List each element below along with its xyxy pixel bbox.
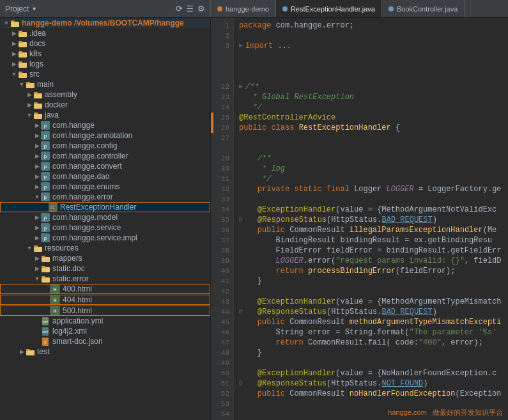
tree-docs[interactable]: docs bbox=[0, 38, 210, 49]
svg-rect-12 bbox=[26, 83, 35, 88]
tree-400-html[interactable]: H 400.html bbox=[0, 284, 210, 294]
400-html-label: 400.html bbox=[63, 284, 92, 293]
mappers-arrow bbox=[33, 255, 41, 261]
svg-rect-18 bbox=[34, 114, 42, 119]
main-label: main bbox=[37, 80, 54, 89]
tab-rest-exception-handler[interactable]: RestExceptionHandler.java bbox=[276, 0, 382, 17]
type-common: CommonResult bbox=[289, 225, 344, 235]
tree-service-impl[interactable]: p com.hangge.service.impl bbox=[0, 233, 210, 243]
tree-static-error[interactable]: static.error bbox=[0, 274, 210, 284]
static-doc-folder-icon bbox=[41, 264, 50, 273]
tree-assembly[interactable]: assembly bbox=[0, 89, 210, 100]
tab-dot-rest bbox=[282, 6, 288, 12]
code-line-2 bbox=[239, 31, 503, 41]
settings-icon[interactable]: ⚙ bbox=[197, 4, 205, 13]
svg-text:xml: xml bbox=[42, 330, 48, 334]
tree-log4j2-xml[interactable]: xml log4j2.xml bbox=[0, 326, 210, 336]
code-line-26: public class RestExceptionHandler { bbox=[239, 123, 503, 133]
layout-icon[interactable]: ☰ bbox=[187, 4, 194, 13]
annotation-arrow bbox=[33, 132, 41, 139]
tree-dao[interactable]: p com.hangge.dao bbox=[0, 171, 210, 182]
svg-rect-10 bbox=[19, 73, 27, 78]
tree-rest-exception-handler[interactable]: C RestExceptionHandler bbox=[0, 202, 210, 212]
dropdown-arrow[interactable]: ▼ bbox=[31, 6, 37, 12]
tree-service[interactable]: p com.hangge.service bbox=[0, 222, 210, 233]
tree-com-hangge[interactable]: p com.hangge bbox=[0, 120, 210, 130]
svg-rect-15 bbox=[34, 92, 38, 94]
tree-404-html[interactable]: H 404.html bbox=[0, 295, 210, 305]
code-lines: package com.hangge.error; ▶ import ... ▶… bbox=[234, 18, 508, 420]
code-line-3: ▶ import ... bbox=[239, 41, 503, 51]
gutter-44: @ bbox=[239, 307, 242, 317]
comment-start: /** bbox=[245, 82, 259, 92]
ln-35: 35 bbox=[211, 215, 233, 225]
svg-rect-0 bbox=[11, 22, 19, 27]
tree-error[interactable]: p com.hangge.error bbox=[0, 192, 210, 202]
status-bad-req2: BAD_REQUEST bbox=[381, 307, 432, 317]
method-not-found: noHandlerFoundException bbox=[350, 389, 456, 399]
config-label: com.hangge.config bbox=[52, 141, 117, 150]
tree-java[interactable]: java bbox=[0, 110, 210, 120]
dao-label: com.hangge.dao bbox=[52, 172, 109, 181]
svg-rect-9 bbox=[19, 61, 22, 63]
svg-text:{}: {} bbox=[44, 340, 47, 344]
tab-book-controller[interactable]: BookController.java bbox=[382, 0, 465, 17]
tab-hangge-demo[interactable]: hangge-demo bbox=[211, 0, 276, 17]
tree-idea[interactable]: .idea bbox=[0, 28, 210, 38]
tree-main[interactable]: main bbox=[0, 79, 210, 89]
code-line-52: public CommonResult noHandlerFoundExcept… bbox=[239, 389, 503, 399]
code-editor[interactable]: 1 2 3 22 23 24 25 26 27 29 30 31 32 33 3… bbox=[211, 18, 508, 420]
tree-500-html[interactable]: H 500.html bbox=[0, 306, 210, 316]
svg-text:yml: yml bbox=[42, 320, 48, 323]
tree-smart-doc-json[interactable]: {} smart-doc.json bbox=[0, 336, 210, 346]
code-line-29: /** bbox=[239, 153, 503, 164]
tree-convert[interactable]: p com.hangge.convert bbox=[0, 161, 210, 171]
line-numbers: 1 2 3 22 23 24 25 26 27 29 30 31 32 33 3… bbox=[211, 18, 234, 420]
method-illegal: illegalParamsExceptionHandler bbox=[350, 225, 483, 235]
k8s-label: k8s bbox=[29, 49, 42, 58]
tree-resources[interactable]: resources bbox=[0, 243, 210, 253]
tree-k8s[interactable]: k8s bbox=[0, 49, 210, 59]
tree-application-yml[interactable]: yml application.yml bbox=[0, 316, 210, 326]
enums-pkg-icon: p bbox=[41, 182, 50, 191]
com-hangge-arrow bbox=[33, 122, 41, 128]
static-doc-label: static.doc bbox=[52, 264, 85, 273]
var-binding: bindingResult bbox=[340, 235, 400, 245]
handler-class-icon: C bbox=[49, 203, 58, 212]
code-line-blank3 bbox=[239, 72, 503, 82]
tree-mappers[interactable]: mappers bbox=[0, 253, 210, 263]
comment-global: * Global RestException bbox=[253, 92, 354, 102]
tree-controller[interactable]: p com.hangge.controller bbox=[0, 151, 210, 161]
tab-book-label: BookController.java bbox=[397, 5, 458, 13]
tree-test[interactable]: test bbox=[0, 346, 210, 357]
ln-22: 22 bbox=[211, 82, 233, 92]
tree-static-doc[interactable]: static.doc bbox=[0, 263, 210, 274]
tree-src[interactable]: src bbox=[0, 69, 210, 79]
type-common2: CommonResult bbox=[289, 317, 344, 327]
root-folder-icon bbox=[10, 19, 19, 27]
svg-rect-4 bbox=[19, 42, 27, 47]
main-area: hangge-demo /Volumes/BOOTCAMP/hangge .id… bbox=[0, 18, 508, 420]
tree-model[interactable]: p com.hangge.model bbox=[0, 212, 210, 222]
tree-docker[interactable]: docker bbox=[0, 100, 210, 110]
root-label: hangge-demo /Volumes/BOOTCAMP/hangge bbox=[22, 19, 184, 27]
assembly-folder-icon bbox=[33, 90, 42, 99]
pkg-icon: p bbox=[41, 121, 50, 130]
kw-class: class bbox=[271, 123, 294, 133]
sync-icon[interactable]: ⟳ bbox=[176, 4, 183, 13]
method-process: processBindingError bbox=[308, 266, 396, 276]
tree-config[interactable]: p com.hangge.config bbox=[0, 141, 210, 151]
ln-2: 2 bbox=[211, 31, 233, 41]
code-line-blank1 bbox=[239, 51, 503, 61]
tree-annotation[interactable]: p com.hangge.annotation bbox=[0, 130, 210, 141]
tree-enums[interactable]: p com.hangge.enums bbox=[0, 182, 210, 192]
ln-45: 45 bbox=[211, 317, 233, 327]
tab-rest-label: RestExceptionHandler.java bbox=[291, 5, 375, 13]
tree-root[interactable]: hangge-demo /Volumes/BOOTCAMP/hangge bbox=[0, 18, 210, 28]
404-html-icon: H bbox=[50, 295, 60, 304]
ln-33: 33 bbox=[211, 194, 233, 205]
type-common4: CommonResult bbox=[289, 389, 344, 399]
tree-logs[interactable]: logs bbox=[0, 59, 210, 69]
code-line-43: @ExceptionHandler(value = {MethodArgumen… bbox=[239, 297, 503, 307]
ln-6 bbox=[211, 72, 233, 82]
